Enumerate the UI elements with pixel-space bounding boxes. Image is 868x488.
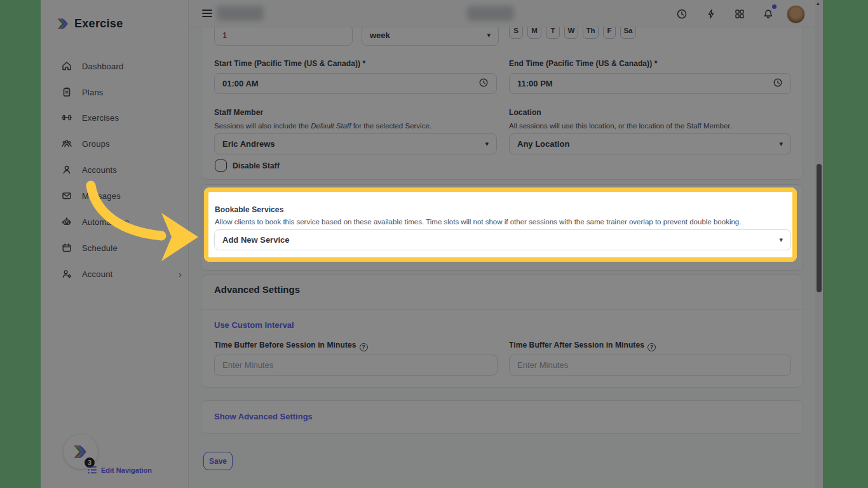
show-advanced-settings-link[interactable]: Show Advanced Settings — [214, 412, 313, 421]
bookable-services-card: Bookable Services Allow clients to book … — [201, 184, 803, 271]
sidebar-item-accounts[interactable]: Accounts — [61, 163, 182, 177]
sidebar-item-label: Plans — [82, 88, 104, 97]
buffer-after-text: Time Buffer After Session in Minutes — [509, 341, 644, 349]
users-icon — [61, 138, 72, 149]
clipboard-icon — [61, 86, 72, 98]
buffer-before-label: Time Buffer Before Session in Minutes? — [214, 341, 368, 351]
hamburger-menu-icon[interactable] — [202, 10, 212, 17]
end-time-field[interactable]: 11:00 PM — [509, 73, 791, 94]
day-label: T — [550, 27, 555, 34]
redacted-text-blur — [467, 6, 514, 21]
add-new-service-select[interactable]: Add New Service ▾ — [214, 229, 791, 250]
redacted-text-blur — [217, 6, 264, 21]
chevron-down-icon: ▾ — [779, 140, 783, 148]
advanced-settings-card: Advanced Settings Use Custom Interval Ti… — [201, 274, 803, 388]
notification-dot — [772, 4, 776, 9]
staff-member-description: Sessions will also include the Default S… — [214, 122, 431, 130]
interval-unit-select[interactable]: week ▾ — [362, 25, 499, 46]
interval-count-input[interactable] — [214, 25, 353, 46]
clock-icon — [773, 78, 783, 90]
location-description: All sessions will use this location, or … — [509, 122, 732, 130]
sidebar-item-exercises[interactable]: Exercises — [61, 111, 182, 125]
disable-staff-checkbox[interactable] — [215, 159, 227, 172]
staff-member-value: Eric Andrews — [222, 139, 275, 149]
location-select[interactable]: Any Location ▾ — [509, 133, 791, 154]
sidebar-item-label: Groups — [82, 139, 110, 149]
user-gear-icon — [61, 268, 72, 280]
help-icon[interactable]: ? — [360, 343, 368, 351]
lightning-bolt-icon[interactable] — [705, 8, 717, 20]
buffer-before-input[interactable] — [214, 355, 498, 376]
sidebar-item-groups[interactable]: Groups — [61, 137, 182, 151]
clock-icon — [478, 78, 489, 90]
divider — [201, 309, 803, 310]
start-time-value: 01:00 AM — [222, 79, 259, 88]
bell-icon[interactable] — [763, 8, 774, 20]
sidebar-item-label: Dashboard — [82, 62, 123, 71]
day-label: Sa — [623, 27, 632, 34]
user-avatar[interactable] — [787, 5, 805, 24]
sidebar-item-messages[interactable]: Messages — [61, 189, 182, 203]
sidebar-item-account[interactable]: Account › — [61, 267, 182, 281]
location-value: Any Location — [517, 139, 569, 149]
day-label: Th — [586, 27, 595, 34]
sidebar-item-schedule[interactable]: Schedule — [61, 241, 182, 255]
calendar-icon — [61, 242, 72, 254]
sidebar-item-label: Account — [82, 269, 112, 279]
topbar — [189, 0, 815, 27]
desktop-background-right — [823, 0, 868, 488]
staff-desc-italic: Default Staff — [311, 122, 351, 130]
sidebar-item-label: Accounts — [82, 165, 117, 175]
app-logo-text: Exercise — [74, 17, 123, 30]
sidebar-item-automations[interactable]: Automations — [61, 215, 182, 229]
scrollbar-track[interactable]: ▴ — [815, 0, 823, 488]
sidebar-item-dashboard[interactable]: Dashboard — [61, 59, 182, 73]
edit-navigation-button[interactable]: Edit Navigation — [88, 466, 152, 474]
edit-navigation-label: Edit Navigation — [101, 466, 152, 474]
robot-icon — [61, 216, 72, 227]
use-custom-interval-link[interactable]: Use Custom Interval — [214, 320, 294, 330]
chevron-down-icon: ▾ — [485, 140, 489, 148]
buffer-after-label: Time Buffer After Session in Minutes? — [509, 341, 656, 351]
day-label: S — [513, 27, 519, 34]
staff-member-select[interactable]: Eric Andrews ▾ — [214, 133, 497, 154]
end-time-label: End Time (Pacific Time (US & Canada)) * — [509, 59, 658, 68]
sidebar-item-label: Exercises — [82, 113, 119, 123]
show-advanced-settings-card: Show Advanced Settings — [201, 400, 803, 434]
advanced-settings-title: Advanced Settings — [214, 284, 300, 295]
envelope-icon — [61, 190, 72, 201]
save-button[interactable]: Save — [203, 452, 233, 470]
dumbbell-icon — [61, 112, 72, 123]
staff-desc-suffix: for the selected Service. — [351, 122, 431, 130]
day-label: F — [607, 27, 611, 34]
apps-grid-icon[interactable] — [734, 8, 745, 20]
bookable-services-label: Bookable Services — [215, 205, 283, 214]
scrollbar-thumb[interactable] — [817, 164, 822, 292]
start-time-field[interactable]: 01:00 AM — [214, 73, 497, 94]
bookable-services-description: Allow clients to book this service based… — [215, 218, 793, 226]
day-label: M — [531, 27, 538, 34]
home-icon — [61, 60, 72, 72]
buffer-before-text: Time Buffer Before Session in Minutes — [214, 341, 356, 349]
chevron-right-icon: › — [179, 269, 182, 280]
history-clock-icon[interactable] — [676, 8, 688, 20]
sidebar-item-label: Automations — [82, 217, 129, 227]
screen: week ▾ S M T W Th F Sa Start Time (Pacif… — [0, 0, 868, 488]
sidebar-item-plans[interactable]: Plans — [61, 85, 182, 99]
staff-desc-prefix: Sessions will also include the — [214, 122, 311, 130]
start-time-label: Start Time (Pacific Time (US & Canada)) … — [214, 59, 365, 68]
help-icon[interactable]: ? — [648, 343, 656, 351]
desktop-background-left — [0, 0, 41, 488]
buffer-after-input[interactable] — [509, 355, 791, 376]
disable-staff-label: Disable Staff — [233, 161, 280, 170]
location-label: Location — [509, 108, 541, 117]
end-time-value: 11:00 PM — [517, 79, 553, 88]
list-icon — [88, 466, 97, 474]
scroll-up-arrow-icon[interactable]: ▴ — [817, 0, 820, 6]
schedule-settings-card: week ▾ S M T W Th F Sa Start Time (Pacif… — [201, 11, 803, 180]
sidebar-item-label: Messages — [82, 191, 121, 201]
chevron-down-icon: ▾ — [779, 236, 783, 244]
sidebar-item-label: Schedule — [82, 243, 118, 253]
staff-member-label: Staff Member — [214, 108, 263, 117]
add-new-service-value: Add New Service — [222, 235, 290, 245]
